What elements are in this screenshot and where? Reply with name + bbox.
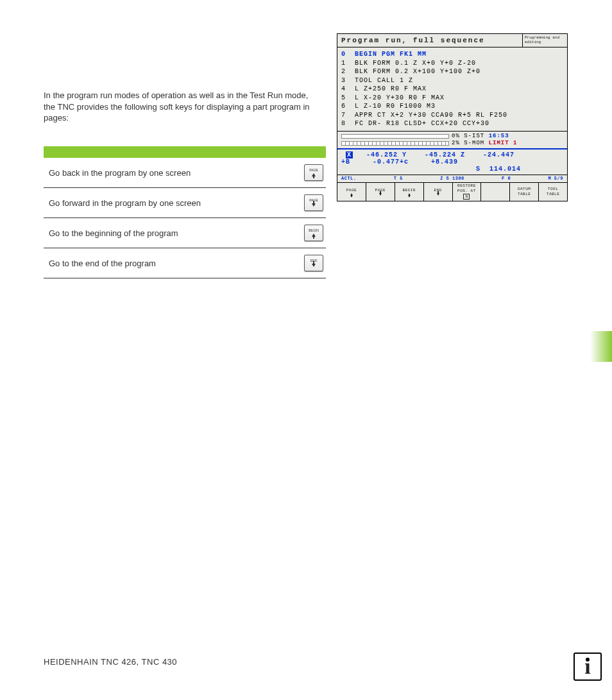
row-label: Go forward in the program by one screen: [49, 198, 304, 208]
softkey[interactable]: END: [424, 183, 453, 201]
override-bar-1: [341, 134, 449, 139]
softkey[interactable]: DATUMTABLE: [510, 183, 539, 201]
softkey-icon: PAGE: [304, 164, 323, 181]
softkey[interactable]: BEGIN: [395, 183, 424, 201]
table-row: Go to the end of the programEND: [44, 248, 326, 278]
page-edge-decoration: [590, 331, 612, 362]
status-2: 2% S-MOM LIMIT 1: [452, 140, 517, 146]
intro-paragraph: In the program run modes of operation as…: [44, 90, 319, 124]
softkey[interactable]: PAGE: [337, 183, 366, 201]
softkey-bar: PAGEPAGEBEGINENDRESTOREPOS. ATNDATUMTABL…: [337, 183, 567, 201]
screen-mode-label: Programming and editing: [522, 34, 567, 47]
override-bar-2: [341, 141, 449, 146]
softkey-icon: END: [304, 255, 323, 271]
softkey-icon: PAGE: [304, 194, 323, 211]
table-row: Go to the beginning of the programBEGIN: [44, 218, 326, 248]
row-label: Go back in the program by one screen: [49, 168, 304, 178]
softkey[interactable]: PAGE: [366, 183, 395, 201]
coordinate-display: X -46.252 Y -45.224 Z -24.447 +B -0.477+…: [337, 149, 567, 175]
screen-title: Program run, full sequence: [337, 34, 522, 47]
table-row: Go back in the program by one screenPAGE: [44, 158, 326, 188]
table-row: Go forward in the program by one screenP…: [44, 188, 326, 218]
softkey-table: Go back in the program by one screenPAGE…: [44, 146, 326, 278]
info-icon: ı: [574, 653, 602, 681]
softkey[interactable]: RESTOREPOS. ATN: [453, 183, 482, 201]
softkey[interactable]: TOOLTABLE: [539, 183, 567, 201]
row-label: Go to the beginning of the program: [49, 228, 304, 238]
tnc-screenshot: Program run, full sequence Programming a…: [337, 33, 568, 201]
page-footer: HEIDENHAIN TNC 426, TNC 430: [44, 657, 177, 667]
program-listing: 0 BEGIN PGM FK1 MM 1 BLK FORM 0.1 Z X+0 …: [337, 47, 567, 132]
status-1: 0% S-IST 16:53: [452, 133, 509, 139]
softkey[interactable]: [481, 183, 510, 201]
actl-line: ACTL. T 5 Z S 1300 F 0 M 5/9: [337, 175, 567, 183]
row-label: Go to the end of the program: [49, 259, 304, 268]
table-header: [44, 146, 326, 158]
softkey-icon: BEGIN: [304, 225, 323, 241]
